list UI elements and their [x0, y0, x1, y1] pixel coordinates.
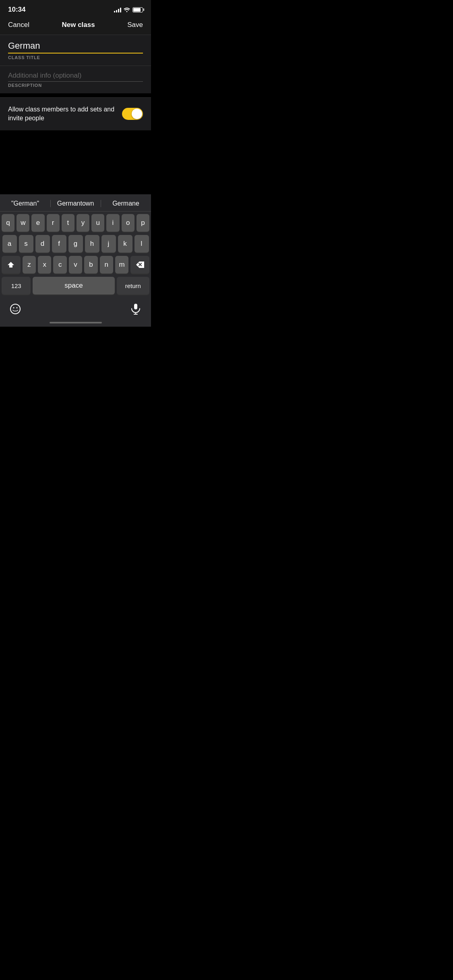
status-icons [114, 7, 143, 12]
key-m[interactable]: m [115, 256, 128, 274]
key-space[interactable]: space [33, 277, 114, 294]
allow-members-toggle[interactable] [122, 108, 143, 120]
key-o[interactable]: o [122, 214, 134, 232]
key-shift[interactable] [2, 256, 21, 274]
keyboard-keys: q w e r t y u i o p a s d f g h j k l [0, 212, 151, 299]
title-underline [8, 53, 143, 54]
form-area: CLASS TITLE DESCRIPTION [0, 35, 151, 93]
cancel-button[interactable]: Cancel [8, 21, 29, 29]
keyboard-row-2: a s d f g h j k l [2, 235, 149, 253]
save-button[interactable]: Save [127, 21, 143, 29]
key-g[interactable]: g [68, 235, 83, 253]
key-e[interactable]: e [31, 214, 44, 232]
key-s[interactable]: s [19, 235, 33, 253]
mic-button[interactable] [128, 302, 143, 316]
nav-bar: Cancel New class Save [0, 17, 151, 35]
toggle-label: Allow class members to add sets and invi… [8, 105, 116, 123]
key-p[interactable]: p [137, 214, 149, 232]
class-title-label: CLASS TITLE [8, 55, 143, 60]
key-v[interactable]: v [69, 256, 82, 274]
predictive-item-2[interactable]: Germantown [50, 198, 101, 209]
key-u[interactable]: u [91, 214, 104, 232]
keyboard-bottom [0, 299, 151, 319]
key-b[interactable]: b [84, 256, 97, 274]
keyboard-row-1: q w e r t y u i o p [2, 214, 149, 232]
page-title: New class [62, 21, 95, 29]
keyboard-row-3: z x c v b n m [2, 256, 149, 274]
key-i[interactable]: i [106, 214, 119, 232]
description-label: DESCRIPTION [8, 83, 143, 88]
svg-rect-3 [134, 304, 137, 309]
status-time: 10:34 [8, 6, 25, 14]
home-bar [50, 322, 102, 323]
key-numbers[interactable]: 123 [2, 277, 31, 294]
predictive-item-3[interactable]: Germane [101, 198, 151, 209]
key-w[interactable]: w [17, 214, 29, 232]
home-indicator [0, 319, 151, 327]
class-title-input[interactable] [8, 41, 143, 51]
key-q[interactable]: q [2, 214, 14, 232]
svg-point-0 [10, 304, 20, 314]
toggle-section: Allow class members to add sets and invi… [0, 97, 151, 130]
toggle-knob [132, 109, 142, 119]
key-a[interactable]: a [2, 235, 17, 253]
key-h[interactable]: h [85, 235, 99, 253]
keyboard-row-4: 123 space return [2, 277, 149, 294]
description-input[interactable] [8, 72, 143, 80]
svg-point-2 [17, 307, 18, 309]
status-bar: 10:34 [0, 0, 151, 17]
battery-icon [132, 7, 143, 12]
key-n[interactable]: n [100, 256, 113, 274]
key-j[interactable]: j [101, 235, 116, 253]
class-title-field: CLASS TITLE [0, 35, 151, 66]
key-f[interactable]: f [52, 235, 66, 253]
key-backspace[interactable] [130, 256, 149, 274]
predictive-item-1[interactable]: "German" [0, 198, 50, 209]
description-underline [8, 81, 143, 82]
key-r[interactable]: r [47, 214, 60, 232]
keyboard-area: "German" Germantown Germane q w e r t y … [0, 194, 151, 327]
key-return[interactable]: return [117, 277, 149, 294]
description-field: DESCRIPTION [0, 66, 151, 94]
key-t[interactable]: t [62, 214, 74, 232]
key-l[interactable]: l [134, 235, 149, 253]
key-d[interactable]: d [35, 235, 50, 253]
svg-point-1 [13, 307, 14, 309]
predictive-bar: "German" Germantown Germane [0, 194, 151, 212]
key-y[interactable]: y [77, 214, 89, 232]
key-c[interactable]: c [53, 256, 66, 274]
emoji-button[interactable] [8, 302, 23, 316]
signal-icon [114, 7, 121, 12]
key-k[interactable]: k [118, 235, 132, 253]
key-x[interactable]: x [38, 256, 51, 274]
empty-space [0, 130, 151, 179]
key-z[interactable]: z [23, 256, 36, 274]
wifi-icon [124, 7, 130, 12]
